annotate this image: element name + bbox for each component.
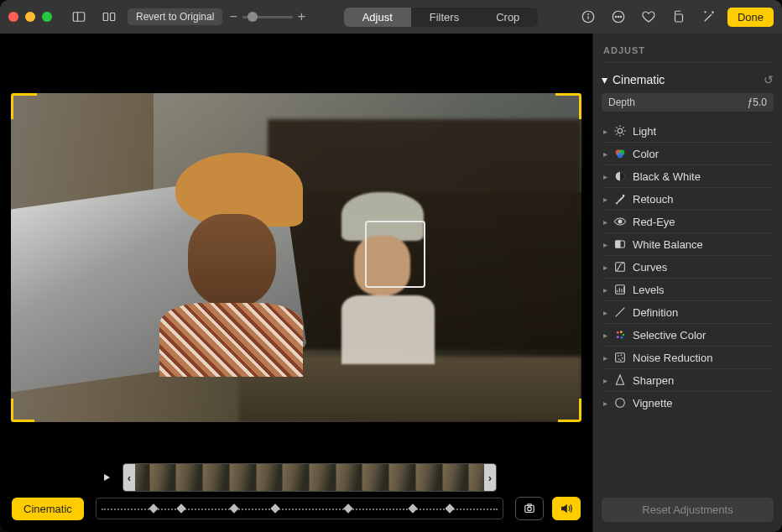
wb-icon (613, 237, 627, 251)
tab-adjust[interactable]: Adjust (344, 8, 411, 27)
chevron-right-icon: ▸ (603, 195, 607, 204)
depth-keyframe[interactable] (230, 503, 239, 513)
cinematic-section-header[interactable]: ▾ Cinematic ↺ (602, 71, 774, 88)
body: ‹ › Cinematic (0, 34, 782, 532)
titlebar: Revert to Original − + Adjust Filters Cr… (0, 0, 782, 34)
revert-button[interactable]: Revert to Original (128, 8, 222, 25)
cinematic-reset-icon[interactable]: ↺ (764, 73, 774, 86)
depth-keyframe[interactable] (270, 503, 279, 513)
tab-filters[interactable]: Filters (411, 8, 477, 27)
filmstrip[interactable]: ‹ › (123, 463, 497, 492)
adjustment-vignette[interactable]: ▸Vignette (602, 391, 774, 414)
done-button[interactable]: Done (727, 8, 774, 27)
depth-field[interactable]: Depth ƒ5.0 (602, 93, 774, 112)
adjustment-label: Red-Eye (633, 216, 675, 228)
svg-rect-23 (616, 241, 620, 248)
zoom-out-icon[interactable]: − (229, 9, 237, 24)
chevron-right-icon: ▸ (603, 263, 607, 272)
zoom-in-icon[interactable]: + (298, 9, 305, 24)
depth-value: ƒ5.0 (748, 96, 767, 108)
retouch-icon (613, 192, 627, 206)
split-compare-button[interactable] (97, 8, 121, 26)
app-window: Revert to Original − + Adjust Filters Cr… (0, 0, 782, 532)
svg-point-32 (618, 356, 619, 357)
adjustments-list: ▸Light▸Color▸Black & White▸Retouch▸Red-E… (602, 120, 774, 414)
adjustment-selcolor[interactable]: ▸Selective Color (602, 323, 774, 346)
chevron-right-icon: ▸ (603, 285, 607, 295)
adjustment-label: White Balance (633, 238, 703, 251)
adjustment-color[interactable]: ▸Color (602, 142, 774, 164)
more-button[interactable] (607, 8, 630, 26)
cinematic-section-label: Cinematic (613, 73, 665, 86)
rotate-button[interactable] (667, 8, 691, 26)
depth-keyframe[interactable] (149, 503, 158, 513)
adjustment-curves[interactable]: ▸Curves (602, 255, 774, 278)
close-window-button[interactable] (8, 12, 18, 22)
edit-mode-tabs: Adjust Filters Crop (344, 8, 539, 27)
depth-keyframe[interactable] (409, 503, 418, 513)
primary-focus-indicator[interactable] (11, 93, 110, 202)
adjustment-noise[interactable]: ▸Noise Reduction (602, 346, 774, 368)
manual-focus-button[interactable] (515, 497, 544, 520)
secondary-focus-indicator[interactable] (365, 221, 425, 288)
svg-point-35 (618, 359, 619, 360)
svg-point-20 (623, 195, 623, 196)
tab-crop[interactable]: Crop (477, 8, 538, 27)
adjustment-retouch[interactable]: ▸Retouch (602, 187, 774, 210)
adjustment-label: Light (633, 125, 656, 138)
chevron-right-icon: ▸ (603, 217, 607, 227)
zoom-slider-knob[interactable] (248, 12, 258, 22)
depth-keyframe-track[interactable] (96, 498, 503, 519)
trim-start-handle[interactable]: ‹ (123, 464, 135, 491)
chevron-right-icon: ▸ (603, 399, 607, 408)
adjustment-label: Color (633, 148, 659, 160)
definition-icon (613, 305, 627, 319)
adjustment-label: Selective Color (633, 329, 706, 342)
minimize-window-button[interactable] (25, 12, 35, 22)
zoom-slider-track[interactable] (242, 16, 293, 18)
chevron-right-icon: ▸ (603, 127, 607, 136)
audio-toggle-button[interactable] (552, 497, 581, 520)
svg-point-9 (618, 16, 619, 18)
levels-icon (613, 283, 627, 296)
play-button[interactable] (96, 472, 117, 483)
adjustment-label: Retouch (633, 193, 673, 206)
window-controls (8, 12, 52, 22)
adjustment-definition[interactable]: ▸Definition (602, 300, 774, 323)
adjustment-label: Black & White (633, 170, 701, 183)
depth-keyframe[interactable] (177, 503, 186, 513)
adjustment-levels[interactable]: ▸Levels (602, 278, 774, 300)
chevron-right-icon: ▸ (603, 240, 607, 249)
redeye-icon (613, 215, 627, 228)
adjust-sidebar: ADJUST ▾ Cinematic ↺ Depth ƒ5.0 ▸Light▸C… (592, 34, 782, 532)
depth-label: Depth (608, 96, 635, 108)
info-button[interactable] (576, 8, 600, 26)
adjustment-redeye[interactable]: ▸Red-Eye (602, 210, 774, 232)
adjustment-label: Noise Reduction (633, 352, 712, 364)
adjustment-light[interactable]: ▸Light (602, 120, 774, 142)
svg-point-21 (618, 220, 622, 223)
reset-adjustments-button[interactable]: Reset Adjustments (602, 498, 774, 522)
trim-end-handle[interactable]: › (484, 464, 496, 491)
svg-point-13 (528, 507, 532, 511)
favorite-button[interactable] (637, 8, 660, 26)
cinematic-toggle-button[interactable]: Cinematic (12, 498, 84, 520)
zoom-control[interactable]: − + (229, 9, 305, 24)
chevron-right-icon: ▸ (603, 331, 607, 340)
adjustment-label: Vignette (633, 397, 672, 409)
svg-point-8 (615, 16, 617, 18)
depth-keyframe[interactable] (445, 503, 454, 513)
video-frame[interactable] (11, 93, 581, 422)
svg-point-37 (616, 399, 625, 408)
auto-enhance-button[interactable] (697, 8, 721, 26)
viewer[interactable] (0, 34, 592, 456)
svg-point-15 (618, 128, 622, 133)
sidebar-toggle-button[interactable] (67, 8, 91, 26)
maximize-window-button[interactable] (42, 12, 52, 22)
depth-keyframe[interactable] (343, 503, 352, 513)
color-icon (613, 147, 627, 160)
adjustment-sharpen[interactable]: ▸Sharpen (602, 368, 774, 391)
adjustment-wb[interactable]: ▸White Balance (602, 232, 774, 255)
adjustment-bw[interactable]: ▸Black & White (602, 164, 774, 187)
svg-point-27 (620, 331, 623, 333)
